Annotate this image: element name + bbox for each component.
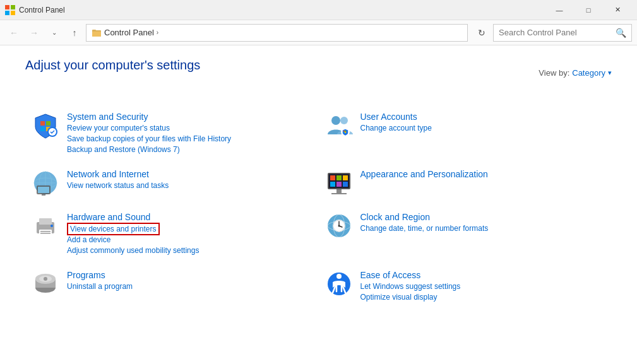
- svg-rect-17: [345, 131, 346, 132]
- svg-rect-37: [331, 193, 347, 194]
- minimize-button[interactable]: —: [545, 0, 574, 20]
- clock-region-link-1[interactable]: Change date, time, or number formats: [360, 224, 489, 233]
- category-hardware-sound: Hardware and Sound View devices and prin…: [25, 207, 319, 260]
- hardware-sound-link-1[interactable]: View devices and printers: [67, 223, 160, 235]
- svg-point-14: [340, 117, 348, 124]
- category-network-internet: Network and Internet View network status…: [25, 164, 319, 202]
- svg-point-58: [336, 274, 342, 279]
- user-accounts-link-1[interactable]: Change account type: [360, 124, 432, 132]
- view-by-arrow[interactable]: ▾: [608, 69, 612, 77]
- svg-rect-26: [38, 187, 49, 193]
- svg-point-51: [338, 225, 340, 227]
- title-bar: Control Panel — □ ✕: [0, 0, 637, 20]
- svg-rect-35: [343, 182, 348, 187]
- system-security-text: System and Security Review your computer…: [67, 112, 231, 154]
- system-security-link-1[interactable]: Review your computer's status: [67, 124, 231, 132]
- programs-title[interactable]: Programs: [67, 270, 133, 280]
- svg-rect-41: [40, 231, 51, 232]
- hardware-sound-text: Hardware and Sound View devices and prin…: [67, 212, 199, 255]
- svg-rect-16: [343, 131, 345, 132]
- folder-icon: [92, 28, 102, 38]
- hardware-sound-link-3[interactable]: Adjust commonly used mobility settings: [67, 246, 199, 255]
- address-path-text: Control Panel: [104, 28, 154, 37]
- svg-rect-1: [11, 5, 15, 9]
- hardware-sound-title[interactable]: Hardware and Sound: [67, 212, 199, 222]
- svg-rect-2: [5, 11, 9, 15]
- svg-rect-42: [40, 233, 51, 234]
- svg-point-43: [51, 225, 53, 227]
- system-security-title[interactable]: System and Security: [67, 112, 231, 122]
- ease-of-access-link-1[interactable]: Let Windows suggest settings: [360, 282, 461, 291]
- appearance-title[interactable]: Appearance and Personalization: [360, 169, 488, 179]
- svg-rect-0: [5, 5, 9, 9]
- network-internet-icon: [32, 169, 59, 197]
- svg-rect-32: [343, 175, 348, 180]
- svg-rect-34: [336, 182, 342, 187]
- svg-rect-19: [345, 132, 346, 133]
- svg-rect-9: [40, 127, 45, 131]
- maximize-button[interactable]: □: [574, 0, 603, 20]
- content-area: Adjust your computer's settings View by:…: [0, 45, 637, 364]
- up-button[interactable]: ↑: [66, 24, 83, 42]
- categories-grid: System and Security Review your computer…: [25, 107, 612, 312]
- refresh-button[interactable]: ↻: [473, 24, 491, 42]
- programs-link-1[interactable]: Uninstall a program: [67, 282, 133, 291]
- clock-region-icon: [325, 212, 353, 240]
- ease-of-access-link-2[interactable]: Optimize visual display: [360, 293, 461, 302]
- svg-rect-18: [343, 132, 345, 133]
- hardware-sound-link-2[interactable]: Add a device: [67, 235, 199, 244]
- svg-rect-8: [46, 121, 51, 126]
- svg-rect-33: [330, 182, 335, 187]
- svg-point-56: [44, 277, 47, 281]
- user-accounts-icon: [325, 112, 353, 139]
- svg-point-13: [331, 116, 340, 125]
- hardware-sound-icon: [32, 212, 59, 240]
- user-accounts-title[interactable]: User Accounts: [360, 112, 432, 122]
- appearance-text: Appearance and Personalization: [360, 169, 488, 179]
- category-ease-of-access: Ease of Access Let Windows suggest setti…: [319, 265, 612, 307]
- search-box[interactable]: 🔍: [493, 24, 632, 42]
- clock-region-text: Clock and Region Change date, time, or n…: [360, 212, 489, 233]
- address-path-arrow: ›: [157, 29, 158, 36]
- view-by-value[interactable]: Category: [572, 68, 605, 78]
- search-icon[interactable]: 🔍: [616, 28, 626, 38]
- title-bar-title: Control Panel: [19, 6, 545, 15]
- svg-rect-31: [336, 175, 342, 180]
- appearance-icon: [325, 169, 353, 197]
- network-internet-title[interactable]: Network and Internet: [67, 169, 169, 179]
- svg-rect-27: [42, 194, 45, 196]
- programs-text: Programs Uninstall a program: [67, 270, 133, 291]
- system-security-icon: [32, 112, 59, 139]
- title-bar-icon: [5, 5, 15, 15]
- forward-button[interactable]: →: [25, 24, 43, 42]
- address-path[interactable]: Control Panel ›: [86, 24, 468, 42]
- system-security-link-3[interactable]: Backup and Restore (Windows 7): [67, 145, 231, 154]
- search-input[interactable]: [499, 28, 616, 37]
- svg-rect-3: [11, 11, 15, 15]
- network-internet-link-1[interactable]: View network status and tasks: [67, 181, 169, 190]
- view-by-label: View by:: [539, 68, 569, 78]
- main-content: Adjust your computer's settings View by:…: [0, 45, 637, 364]
- svg-rect-6: [92, 30, 96, 32]
- network-internet-text: Network and Internet View network status…: [67, 169, 169, 190]
- svg-rect-36: [336, 189, 342, 193]
- close-button[interactable]: ✕: [603, 0, 632, 20]
- system-security-link-2[interactable]: Save backup copies of your files with Fi…: [67, 134, 231, 143]
- svg-rect-30: [330, 175, 335, 180]
- window-controls: — □ ✕: [545, 0, 632, 20]
- clock-region-title[interactable]: Clock and Region: [360, 212, 489, 222]
- back-button[interactable]: ←: [5, 24, 23, 42]
- svg-rect-7: [40, 121, 45, 126]
- page-title: Adjust your computer's settings: [25, 58, 200, 73]
- category-system-security: System and Security Review your computer…: [25, 107, 319, 159]
- user-accounts-text: User Accounts Change account type: [360, 112, 432, 132]
- svg-rect-39: [39, 218, 52, 225]
- view-by-control: View by: Category ▾: [539, 68, 612, 78]
- recent-dropdown-button[interactable]: ⌄: [45, 24, 63, 42]
- category-appearance: Appearance and Personalization: [319, 164, 612, 202]
- ease-of-access-icon: [325, 270, 353, 298]
- ease-of-access-text: Ease of Access Let Windows suggest setti…: [360, 270, 461, 302]
- address-bar: ← → ⌄ ↑ Control Panel › ↻ 🔍: [0, 20, 637, 45]
- ease-of-access-title[interactable]: Ease of Access: [360, 270, 461, 280]
- programs-icon: [32, 270, 59, 298]
